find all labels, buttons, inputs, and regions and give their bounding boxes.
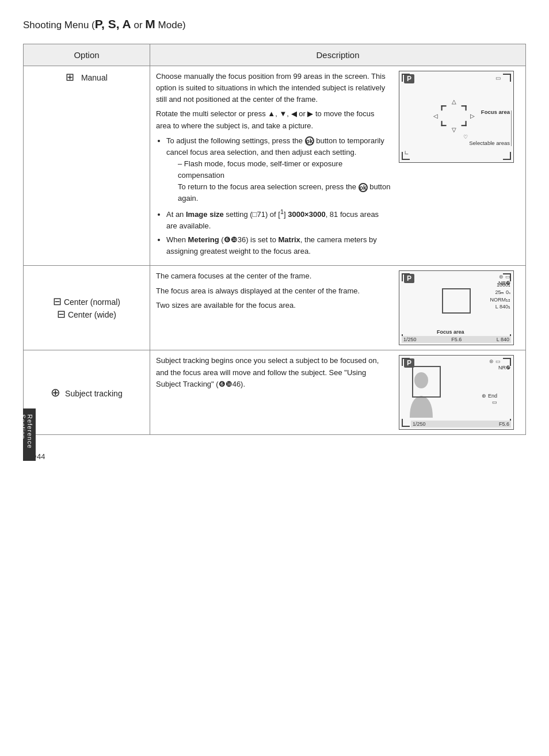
center-wide-label: Center (wide) <box>68 310 116 319</box>
ok-icon: ok <box>305 136 314 146</box>
ok-icon-2: ok <box>359 183 368 192</box>
selectable-areas-label: Selectable areas <box>469 140 510 146</box>
corner-tl <box>402 273 410 281</box>
center-description: The camera focuses at the center of the … <box>156 270 391 345</box>
focus-box: △ ▽ ◁ ▷ ♡ <box>441 105 467 126</box>
fb-corner-tl <box>441 105 447 110</box>
corner-tr <box>503 358 511 366</box>
center-normal-line: ⊟ Center (normal) <box>29 295 144 308</box>
center-normal-label: Center (normal) <box>64 297 120 307</box>
fb-corner-br <box>462 121 467 126</box>
table-row: ⊕ Subject tracking Subject tracking begi… <box>24 350 526 435</box>
focus-area-label-2: Focus area <box>437 329 464 335</box>
page-title: Shooting Menu (P, S, A or M Mode) <box>23 17 526 31</box>
table-row: ⊟ Center (normal) ⊟ Center (wide) The ca… <box>24 266 526 350</box>
main-table: Option Description ⊞ Manual Choose manua… <box>23 44 526 435</box>
table-row: ⊞ Manual Choose manually the focus posit… <box>24 66 526 266</box>
viewfinder-center: P ⊛ ▭ NR❿ 1080₁25ₘ 0ₛNORM₁₂L 84 <box>399 270 520 345</box>
option-center: ⊟ Center (normal) ⊟ Center (wide) <box>24 266 150 350</box>
sidebar-tab: Reference Section <box>23 408 36 461</box>
manual-label: Manual <box>81 73 108 82</box>
option-manual: ⊞ Manual <box>24 66 150 266</box>
battery-icon: ▭ <box>495 75 501 81</box>
subject-status-bar: 1/250 F5.6 <box>411 421 511 427</box>
manual-description: Choose manually the focus position from … <box>156 71 391 261</box>
center-normal-icon: ⊟ <box>53 296 62 307</box>
viewfinder-manual: P ▭ <box>399 71 520 261</box>
status-bar: 1/250 F5.6 L 840 <box>402 336 511 343</box>
subject-description: Subject tracking begins once you select … <box>156 355 391 430</box>
center-wide-line: ⊟ Center (wide) <box>29 308 144 320</box>
page-footer: ❻❿44 <box>23 452 526 461</box>
subject-focus-box <box>412 366 441 398</box>
right-status: 1080₁25ₘ 0ₛNORM₁₂L 840₁ <box>490 281 511 310</box>
corner-tl <box>402 358 410 366</box>
center-focus-box <box>442 288 471 314</box>
focus-area-label: Focus area <box>481 109 510 115</box>
desc-subject: Subject tracking begins once you select … <box>150 350 526 435</box>
subject-tracking-icon: ⊕ <box>51 386 60 399</box>
header-description: Description <box>150 44 526 66</box>
corner-tl <box>402 74 410 82</box>
fb-corner-bl <box>441 121 447 126</box>
corner-tr <box>503 74 511 82</box>
corner-br <box>503 152 511 160</box>
subject-tracking-label: Subject tracking <box>65 389 123 398</box>
desc-manual: Choose manually the focus position from … <box>150 66 526 266</box>
header-option: Option <box>24 44 150 66</box>
fb-corner-tr <box>462 105 467 110</box>
center-wide-icon: ⊟ <box>57 308 66 320</box>
corner-tr <box>503 273 511 281</box>
manual-icon: ⊞ <box>66 71 74 83</box>
corner-bl <box>402 419 410 427</box>
sidebar-label: Reference Section <box>20 414 33 449</box>
viewfinder-subject: P ⊛ ▭ NR❿ <box>399 355 520 430</box>
desc-center: The camera focuses at the center of the … <box>150 266 526 350</box>
ok-end-label: ⊛ End <box>482 393 497 399</box>
option-subject: ⊕ Subject tracking <box>24 350 150 435</box>
